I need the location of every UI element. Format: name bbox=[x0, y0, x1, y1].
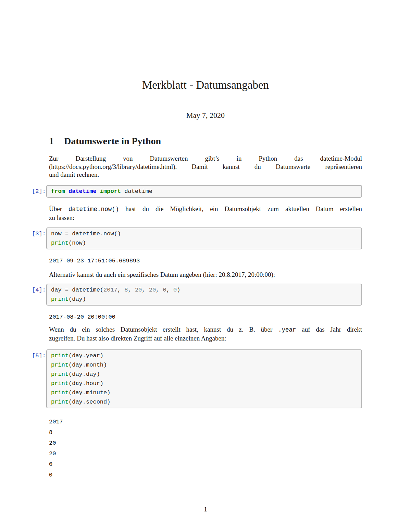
paragraph-line: Wenn du ein solches Datumsobjekt erstell… bbox=[49, 325, 362, 334]
paragraph-wenn: Wenn du ein solches Datumsobjekt erstell… bbox=[49, 325, 362, 342]
text-run: Alternativ kannst du auch ein spezifisch… bbox=[49, 271, 275, 278]
code-line: now = datetime.now() bbox=[51, 229, 357, 238]
code-line: print(day.month) bbox=[51, 360, 357, 370]
paragraph-intro: Zur Darstellung von Datumswerten gibt’s … bbox=[49, 154, 362, 179]
inline-code: .year bbox=[278, 326, 296, 333]
paragraph-ueber: Über datetime.now() hast du die Möglichk… bbox=[49, 205, 362, 222]
text-run: Zur Darstellung von Datumswerten gibt’s … bbox=[49, 155, 362, 162]
output-line: 0 bbox=[49, 470, 362, 480]
code-line: day = datetime(2017, 8, 20, 20, 0, 0) bbox=[51, 285, 357, 295]
text-run: Über bbox=[49, 205, 68, 212]
text-run: Wenn du ein solches Datumsobjekt erstell… bbox=[49, 326, 278, 333]
output-line: 0 bbox=[49, 459, 362, 470]
input-prompt: [2]: bbox=[32, 185, 46, 196]
code-line: print(day) bbox=[51, 295, 357, 304]
cell-output-4: 2017-08-20 20:00:00 bbox=[49, 312, 362, 322]
paragraph-line: Über datetime.now() hast du die Möglichk… bbox=[49, 205, 362, 214]
code-line: print(now) bbox=[51, 238, 357, 248]
paragraph-line: und damit rechnen. bbox=[49, 171, 362, 179]
paragraph-alternativ: Alternativ kannst du auch ein spezifisch… bbox=[49, 271, 362, 279]
document-date: May 7, 2020 bbox=[0, 111, 411, 120]
code-line: print(day.second) bbox=[51, 397, 357, 407]
text-run: zu lassen: bbox=[49, 214, 74, 221]
code-box: from datetime import datetime bbox=[46, 185, 362, 198]
output-line: 2017-08-20 20:00:00 bbox=[49, 312, 362, 322]
cell-output-3: 2017-09-23 17:51:05.689893 bbox=[49, 256, 362, 265]
section-title: Datumswerte in Python bbox=[64, 136, 161, 146]
code-cell-2: [2]: from datetime import datetime bbox=[32, 185, 362, 198]
section-number: 1 bbox=[49, 136, 54, 147]
code-box: print(day.year)print(day.month)print(day… bbox=[46, 349, 362, 408]
output-line: 8 bbox=[49, 427, 362, 438]
paragraph-line: Alternativ kannst du auch ein spezifisch… bbox=[49, 271, 362, 279]
text-run: auf das Jahr direkt bbox=[296, 326, 362, 333]
code-cell-4: [4]: day = datetime(2017, 8, 20, 20, 0, … bbox=[32, 284, 362, 306]
code-line: print(day.minute) bbox=[51, 388, 357, 397]
paragraph-line: (https://docs.python.org/3/library/datet… bbox=[49, 163, 362, 171]
notebook-pdf-page: Merkblatt - Datumsangaben May 7, 2020 1D… bbox=[0, 0, 411, 532]
text-run: und damit rechnen. bbox=[49, 171, 99, 178]
text-run: hast du die Möglichkeit, ein Datumsobjek… bbox=[119, 205, 362, 212]
code-line: print(day.day) bbox=[51, 370, 357, 379]
cell-output-5: 20178202000 bbox=[49, 417, 362, 480]
section-heading: 1Datumswerte in Python bbox=[49, 136, 362, 147]
code-cell-5: [5]: print(day.year)print(day.month)prin… bbox=[32, 349, 362, 408]
output-line: 20 bbox=[49, 438, 362, 448]
output-line: 2017 bbox=[49, 417, 362, 427]
paragraph-line: Zur Darstellung von Datumswerten gibt’s … bbox=[49, 154, 362, 163]
code-line: print(day.hour) bbox=[51, 379, 357, 388]
code-box: now = datetime.now()print(now) bbox=[46, 227, 362, 249]
code-box: day = datetime(2017, 8, 20, 20, 0, 0)pri… bbox=[46, 284, 362, 306]
output-line: 2017-09-23 17:51:05.689893 bbox=[49, 256, 362, 265]
input-prompt: [3]: bbox=[32, 227, 46, 238]
code-cell-3: [3]: now = datetime.now()print(now) bbox=[32, 227, 362, 249]
document-title: Merkblatt - Datumsangaben bbox=[0, 79, 411, 91]
output-line: 20 bbox=[49, 448, 362, 459]
input-prompt: [4]: bbox=[32, 284, 46, 295]
code-line: from datetime import datetime bbox=[51, 187, 357, 196]
page-number: 1 bbox=[0, 506, 411, 513]
paragraph-line: zugreifen. Du hast also direkten Zugriff… bbox=[49, 334, 362, 343]
code-line: print(day.year) bbox=[51, 351, 357, 360]
text-run: (https://docs.python.org/3/library/datet… bbox=[49, 163, 362, 170]
input-prompt: [5]: bbox=[32, 349, 46, 360]
text-run: zugreifen. Du hast also direkten Zugriff… bbox=[49, 335, 226, 342]
paragraph-line: zu lassen: bbox=[49, 214, 362, 222]
inline-code: datetime.now() bbox=[68, 206, 119, 213]
